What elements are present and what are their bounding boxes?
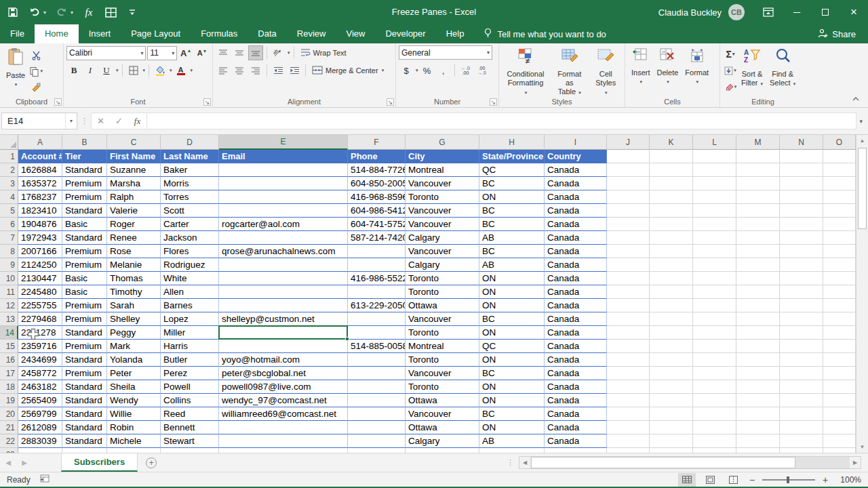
row-header-6[interactable]: 6 — [0, 218, 18, 231]
comma-style-icon[interactable]: , — [436, 63, 451, 78]
cell-A5[interactable]: 1823410 — [18, 204, 62, 218]
paste-button[interactable]: Paste ▾ — [3, 45, 28, 94]
cell-M20[interactable] — [736, 407, 780, 421]
ribbon-tab-developer[interactable]: Developer — [375, 24, 435, 43]
cell-G10[interactable]: Toronto — [406, 272, 479, 285]
scroll-right-icon[interactable]: ▶ — [850, 457, 861, 468]
row-header-13[interactable]: 13 — [0, 312, 18, 326]
row-header-11[interactable]: 11 — [0, 285, 18, 299]
cell-L14[interactable] — [693, 326, 736, 340]
cell-F16[interactable] — [348, 353, 406, 367]
cell-C7[interactable]: Renee — [107, 231, 161, 245]
cell-F23[interactable] — [348, 448, 406, 453]
cell-K2[interactable] — [650, 163, 693, 177]
row-header-5[interactable]: 5 — [0, 204, 18, 218]
cell-M2[interactable] — [736, 163, 780, 177]
cell-F5[interactable]: 604-986-5412 — [348, 204, 406, 218]
cell-B23[interactable] — [62, 448, 107, 453]
cell-B21[interactable]: Standard — [62, 421, 107, 434]
cell-F1[interactable]: Phone — [348, 150, 406, 163]
increase-decimal-icon[interactable]: ←.0.00 — [458, 63, 473, 78]
cell-A11[interactable]: 2245480 — [18, 285, 62, 299]
cell-N1[interactable] — [780, 150, 823, 163]
borders-icon[interactable] — [126, 63, 141, 78]
cell-K18[interactable] — [650, 380, 693, 394]
cell-O1[interactable] — [823, 150, 856, 163]
cell-H13[interactable]: BC — [479, 312, 545, 326]
cell-J8[interactable] — [607, 245, 650, 258]
cell-I2[interactable]: Canada — [545, 163, 607, 177]
page-layout-view-icon[interactable] — [701, 473, 719, 487]
cell-K15[interactable] — [650, 340, 693, 353]
ribbon-tab-insert[interactable]: Insert — [79, 24, 121, 43]
cell-C4[interactable]: Ralph — [107, 190, 161, 204]
cell-L10[interactable] — [693, 272, 736, 285]
cell-I18[interactable]: Canada — [545, 380, 607, 394]
cell-G6[interactable]: Vancouver — [406, 218, 479, 231]
new-sheet-button[interactable]: + — [138, 453, 165, 472]
ribbon-tab-review[interactable]: Review — [287, 24, 336, 43]
cell-L22[interactable] — [693, 434, 736, 448]
cell-N5[interactable] — [780, 204, 823, 218]
cell-G22[interactable]: Calgary — [406, 434, 479, 448]
format-cells-button[interactable]: Format ▾ — [682, 45, 712, 94]
cell-H20[interactable]: BC — [479, 407, 545, 421]
bold-button[interactable]: B — [66, 63, 81, 78]
cell-G20[interactable]: Vancouver — [406, 407, 479, 421]
scroll-down-icon[interactable]: ▼ — [856, 441, 868, 453]
cell-M9[interactable] — [736, 258, 780, 272]
number-format-select[interactable]: General▾ — [399, 45, 492, 60]
orientation-icon[interactable]: ab — [271, 45, 285, 60]
ribbon-tab-help[interactable]: Help — [436, 24, 475, 43]
row-header-22[interactable]: 22 — [0, 434, 18, 448]
cell-E6[interactable]: rogcarter@aol.com — [219, 218, 348, 231]
cell-E1[interactable]: Email — [219, 150, 348, 163]
cell-A2[interactable]: 1626884 — [18, 163, 62, 177]
cell-A13[interactable]: 2279468 — [18, 312, 62, 326]
cell-K21[interactable] — [650, 421, 693, 434]
cell-I22[interactable]: Canada — [545, 434, 607, 448]
cell-L15[interactable] — [693, 340, 736, 353]
cell-L12[interactable] — [693, 299, 736, 312]
cell-G15[interactable]: Montreal — [406, 340, 479, 353]
vertical-scroll-thumb[interactable] — [858, 148, 867, 229]
cell-K13[interactable] — [650, 312, 693, 326]
collapse-ribbon-icon[interactable] — [852, 92, 860, 104]
cell-A10[interactable]: 2130447 — [18, 272, 62, 285]
cell-O12[interactable] — [823, 299, 856, 312]
formula-fx-icon[interactable]: fx — [128, 116, 146, 127]
cell-L21[interactable] — [693, 421, 736, 434]
cell-E10[interactable] — [219, 272, 348, 285]
cell-E18[interactable]: powell0987@live.com — [219, 380, 348, 394]
cell-D21[interactable]: Bennett — [161, 421, 219, 434]
active-cell-E14[interactable] — [218, 325, 348, 340]
cell-F2[interactable]: 514-884-7726 — [348, 163, 406, 177]
cell-G1[interactable]: City — [406, 150, 479, 163]
cell-I11[interactable]: Canada — [545, 285, 607, 299]
row-header-7[interactable]: 7 — [0, 231, 18, 245]
cell-A23[interactable] — [18, 448, 62, 453]
cell-B2[interactable]: Standard — [62, 163, 107, 177]
row-header-21[interactable]: 21 — [0, 421, 18, 434]
borders-dropdown-icon[interactable]: ▾ — [143, 68, 146, 73]
cell-I9[interactable]: Canada — [545, 258, 607, 272]
cell-O18[interactable] — [823, 380, 856, 394]
cell-C20[interactable]: Willie — [107, 407, 161, 421]
cell-J23[interactable] — [607, 448, 650, 453]
fill-color-dropdown-icon[interactable]: ▾ — [170, 68, 172, 73]
cell-F12[interactable]: 613-229-2050 — [348, 299, 406, 312]
cell-M5[interactable] — [736, 204, 780, 218]
fill-handle[interactable] — [345, 337, 349, 341]
cell-C5[interactable]: Valerie — [107, 204, 161, 218]
cell-F9[interactable] — [348, 258, 406, 272]
row-header-3[interactable]: 3 — [0, 177, 18, 190]
accounting-format-icon[interactable]: $ — [399, 63, 414, 78]
cell-N8[interactable] — [780, 245, 823, 258]
cell-A4[interactable]: 1768237 — [18, 190, 62, 204]
sheet-nav-right-icon[interactable]: ▶ — [16, 453, 33, 472]
clear-icon[interactable]: ▾ — [723, 79, 738, 94]
cell-L7[interactable] — [693, 231, 736, 245]
cell-J2[interactable] — [607, 163, 650, 177]
cell-G13[interactable]: Vancouver — [406, 312, 479, 326]
cell-B8[interactable]: Premium — [62, 245, 107, 258]
